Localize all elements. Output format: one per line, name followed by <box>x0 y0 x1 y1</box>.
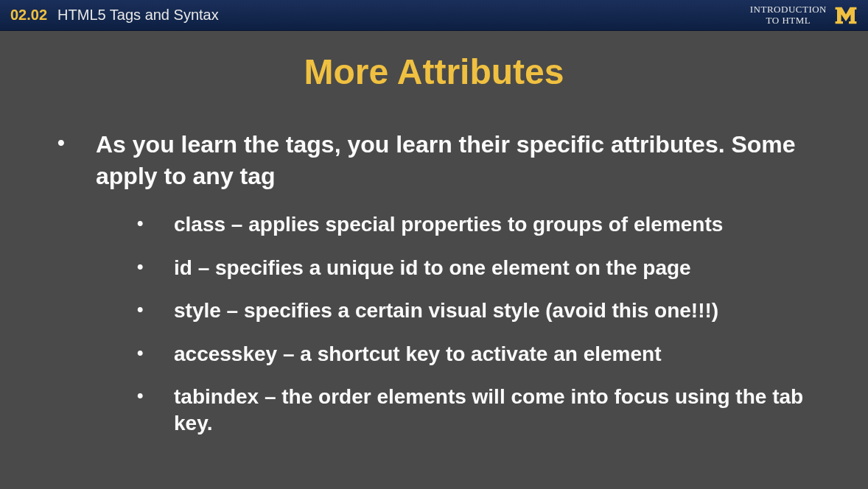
sub-bullet-item: tabindex – the order elements will come … <box>174 384 824 437</box>
course-name-line2: TO HTML <box>750 15 827 27</box>
sub-bullet-item: style – specifies a certain visual style… <box>174 298 824 324</box>
lecture-title: HTML5 Tags and Syntax <box>57 7 219 24</box>
header-left: 02.02 HTML5 Tags and Syntax <box>10 7 219 24</box>
main-bullet-list: As you learn the tags, you learn their s… <box>44 129 824 437</box>
course-name-line1: INTRODUCTION <box>750 4 827 15</box>
header-right: INTRODUCTION TO HTML <box>750 4 858 27</box>
slide-content: More Attributes As you learn the tags, y… <box>0 31 868 437</box>
slide-number: 02.02 <box>10 7 47 24</box>
sub-bullet-list: class – applies special properties to gr… <box>96 211 824 437</box>
university-logo-icon <box>834 6 858 25</box>
sub-bullet-item: id – specifies a unique id to one elemen… <box>174 255 824 281</box>
main-bullet-text: As you learn the tags, you learn their s… <box>96 131 796 189</box>
slide-header: 02.02 HTML5 Tags and Syntax INTRODUCTION… <box>0 0 868 31</box>
course-name: INTRODUCTION TO HTML <box>750 4 827 27</box>
sub-bullet-item: class – applies special properties to gr… <box>174 211 824 238</box>
main-bullet-item: As you learn the tags, you learn their s… <box>96 129 824 437</box>
slide-title: More Attributes <box>44 52 824 92</box>
sub-bullet-item: accesskey – a shortcut key to activate a… <box>174 341 824 367</box>
